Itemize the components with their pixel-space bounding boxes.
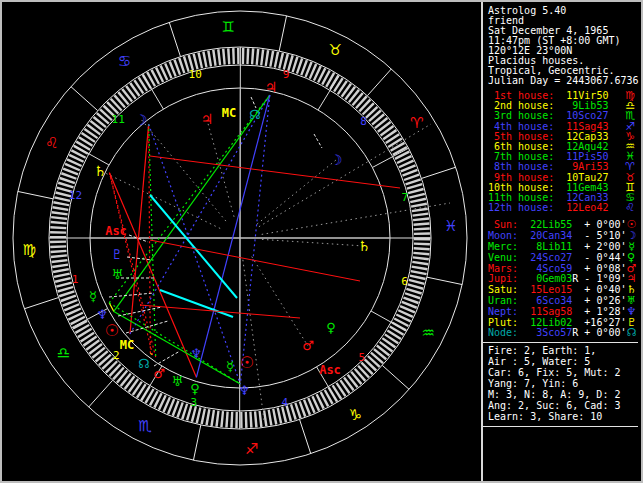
separator-line [483,342,638,343]
asc-label: Asc [105,224,127,238]
house-number: 6 [401,275,408,288]
separator-line [483,426,638,427]
astrolog-screen: ♈♉♊♋♌♍♎♏♐♑♒♓123456789101112♃MC☊♃☽♄☽♄Asc♇… [0,0,643,483]
aspect-line [150,195,237,298]
house-number: 7 [402,191,409,204]
planet-label: Node: [488,328,518,339]
stats-line: Ang: 2, Suc: 6, Cad: 3 [488,401,638,412]
sign-boundary-line [382,365,409,389]
aspect-line [140,305,300,318]
planet-velocity: + 1°28' [578,307,626,318]
chart-info-line: Julian Day = 2443067.6736 [488,76,638,86]
asc-label-2: Asc [319,363,341,377]
zodiac-sign-icon: ♋ [118,52,131,70]
pointer-radial-line [262,239,364,246]
house-number: 12 [69,189,82,202]
house-cusp-line [142,74,163,109]
mc-label: MC [222,106,236,120]
sign-boundary-line [18,191,53,198]
sign-boundary-line [169,22,180,56]
aspect-line [150,156,400,188]
zodiac-sign-icon: ♑ [349,406,362,424]
zodiac-sign-icon: ♎ [57,344,70,362]
pointer-radial-line [252,257,308,346]
planet-label: Venu: [488,253,518,264]
planet-row: Node: 3Sco57R + 0°00'☊ [488,328,638,339]
house-cusp-value: 12Leo42 [554,203,608,213]
sidebar: Astrolog 5.40friendSat December 4, 19651… [481,2,641,481]
venus-transit-glyph: ♀ [326,320,336,335]
zodiac-sign-icon: ♏ [138,417,152,435]
sign-boundary-line [71,87,98,111]
house-label: 12th house: [488,203,554,213]
mc-label-2: MC [120,338,134,352]
zodiac-sign-icon: ♌ [625,203,635,213]
house-number: 3 [191,396,198,409]
sign-boundary-line [427,277,462,284]
aspect-line [109,303,114,312]
mercury-glyph: ☿ [89,289,97,304]
jupiter-transit-glyph: ♃ [201,111,214,127]
house-cusp-list: 1st house: 11Vir50♍ 2nd house: 9Lib53♎ 3… [488,91,638,213]
node-transit-glyph: ☊ [249,107,261,122]
neptune-glyph-2: ♆ [238,383,250,398]
house-number: 5 [359,351,366,364]
saturn-transit-glyph: ♄ [358,238,371,254]
pointer-radial-line [207,120,234,217]
house-number: 8 [360,115,367,128]
house-number: 2 [113,349,120,362]
house-cusp-line [371,311,407,331]
mars-glyph: ♂ [153,366,165,381]
aspect-line [149,124,151,353]
sign-boundary-line [193,425,200,460]
glyph-pointer-line [314,134,322,148]
house-number: 1 [72,273,79,286]
saturn-glyph: ♄ [94,163,107,179]
pointer-radial-line [140,118,226,221]
pointer-radial-line [99,170,220,228]
zodiac-sign-icon: ♓ [444,217,457,235]
planet-position-value: 3Sco57 [518,328,572,339]
chart-wheel: ♈♉♊♋♌♍♎♏♐♑♒♓123456789101112♃MC☊♃☽♄☽♄Asc♇… [2,2,481,481]
chart-info-header: Astrolog 5.40friendSat December 4, 19651… [488,6,638,86]
aspect-line [196,95,269,377]
mc-ic-axis [240,88,241,388]
house-number: 4 [282,396,289,409]
planet-position-list: Sun: 22Lib55 + 0°00'☉Moon: 20Can34 - 5°1… [488,220,638,339]
sun-transit-glyph: ☉ [240,353,254,372]
stats-line: Learn: 3, Share: 10 [488,412,638,423]
house-cusp-row: 12th house: 12Leo42♌ [488,203,638,213]
zodiac-sign-icon: ♒ [422,324,435,342]
uranus-transit-glyph: ♅ [171,374,183,389]
planet-position-value: 24Sco27 [518,253,572,264]
aspect-line [109,95,270,303]
planet-velocity: + 0°00' [578,328,626,339]
zodiac-sign-icon: ♌ [45,134,58,152]
sign-boundary-line [300,419,311,453]
uranus-glyph: ♅ [111,267,123,282]
sign-boundary-line [279,16,286,51]
mercury-transit-glyph: ☿ [226,359,234,374]
house-number: 11 [112,113,125,126]
aspect-line [160,290,233,317]
element-stats: Fire: 2, Earth: 1,Air : 5, Water: 5Car: … [488,346,638,422]
neptune-glyph: ♆ [96,307,108,322]
pointer-radial-line [257,160,336,224]
planet-row: Nept: 11Sag58 + 1°28'♆ [488,307,638,318]
zodiac-sign-icon: ♐ [245,440,258,458]
planet-row: Venu: 24Sco27 - 0°44'♀ [488,253,638,264]
house-number: 10 [189,68,202,81]
sign-boundary-line [89,380,113,407]
planet-position-value: 11Sag58 [518,307,572,318]
pluto-glyph: ♇ [111,247,123,262]
node-glyph: ☊ [138,356,150,371]
moon-glyph: ☽ [135,112,148,128]
zodiac-sign-icon: ♊ [222,18,235,36]
sign-boundary-line [367,69,391,96]
moon-transit-glyph: ☽ [330,152,343,168]
planet-label: Nept: [488,307,518,318]
mars-transit-glyph: ♂ [302,338,314,353]
neptune-transit-glyph: ♆ [190,346,202,361]
zodiac-sign-icon: ♍ [23,241,36,259]
venus-glyph: ♀ [190,381,200,396]
